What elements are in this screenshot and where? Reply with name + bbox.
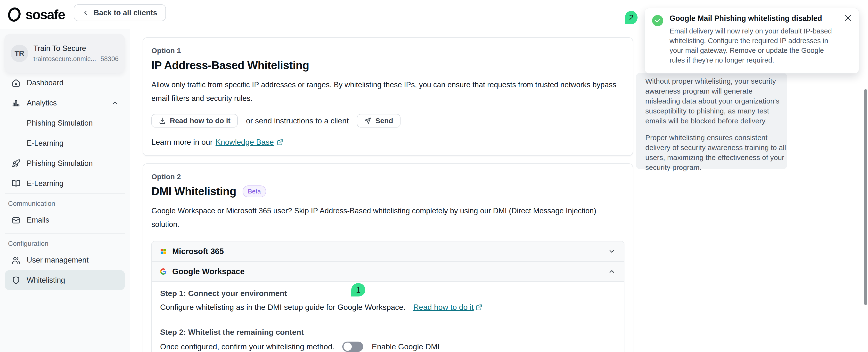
dmi-accordion: Microsoft 365 Google Workspace Step 1 [151, 241, 624, 352]
toggle-knob [343, 343, 352, 351]
shield-icon [12, 276, 20, 285]
option2-card: Option 2 DMI Whitelisting Beta Google Wo… [143, 163, 633, 352]
learn-more-text: Learn more in our [151, 138, 213, 147]
mail-icon [12, 216, 20, 224]
chevron-up-icon [111, 99, 119, 107]
step1-text: Configure whitelisting as in the DMI set… [160, 303, 405, 312]
external-link-icon [476, 304, 483, 311]
section-configuration: Configuration [8, 240, 130, 248]
toast-title: Google Mail Phishing whitelisting disabl… [670, 14, 842, 23]
sidebar-item-label: Phishing Simulation [27, 159, 93, 168]
sidebar-item-analytics[interactable]: Analytics [5, 93, 125, 113]
option1-title: IP Address-Based Whitelisting [151, 59, 624, 72]
section-communication: Communication [8, 200, 130, 207]
main-content: Option 1 IP Address-Based Whitelisting A… [143, 37, 633, 352]
chevron-up-icon [608, 268, 616, 276]
book-open-icon [12, 179, 20, 188]
read-how-to-button[interactable]: Read how to do it [151, 114, 238, 128]
google-workspace-panel: Step 1: Connect your environment Configu… [152, 281, 624, 352]
step2-title: Step 2: Whitelist the remaining content [160, 328, 616, 337]
annotation-marker-1: 1 [351, 283, 365, 296]
back-button-label: Back to all clients [94, 8, 157, 17]
sidebar-divider [5, 193, 125, 194]
knowledge-base-link[interactable]: Knowledge Base [216, 138, 274, 147]
send-button-label: Send [375, 117, 393, 125]
or-send-instructions-text: or send instructions to a client [246, 116, 349, 125]
beta-badge: Beta [243, 186, 267, 197]
sidebar-item-elearning-analytics[interactable]: E-Learning [5, 133, 125, 153]
sidebar-item-label: E-Learning [27, 179, 64, 188]
sidebar-item-label: E-Learning [27, 139, 64, 148]
send-icon [364, 117, 371, 124]
toggle-label: Enable Google DMI [372, 342, 440, 351]
back-to-clients-button[interactable]: Back to all clients [74, 4, 166, 21]
annotation-marker-2: 2 [625, 11, 638, 24]
sidebar-item-label: Analytics [27, 99, 57, 107]
close-icon[interactable] [844, 13, 852, 22]
rocket-icon [12, 159, 20, 168]
enable-google-dmi-toggle[interactable] [342, 342, 363, 352]
read-how-to-label: Read how to do it [170, 117, 230, 125]
info-paragraph-2: Proper whitelisting ensures consistent d… [645, 133, 787, 172]
sidebar-nav: Dashboard Analytics Phishing Simulation … [0, 73, 130, 193]
client-info: Train To Secure traintosecure.onmic... 5… [33, 44, 119, 63]
sidebar-divider [5, 233, 125, 234]
read-how-to-link[interactable]: Read how to do it [413, 303, 473, 312]
option2-kicker: Option 2 [151, 172, 624, 181]
sidebar-item-label: User management [27, 256, 89, 264]
step2-text: Once configured, confirm your whitelisti… [160, 342, 335, 351]
whitelisting-info-panel: Without proper whitelisting, your securi… [636, 73, 787, 169]
bar-chart-icon [12, 99, 20, 107]
client-card[interactable]: TR Train To Secure traintosecure.onmic..… [4, 34, 125, 73]
sidebar-item-label: Phishing Simulation [27, 119, 93, 128]
success-check-icon [652, 15, 663, 26]
send-button[interactable]: Send [357, 114, 400, 128]
info-paragraph-1: Without proper whitelisting, your securi… [645, 76, 787, 126]
toast-notification: Google Mail Phishing whitelisting disabl… [645, 8, 859, 73]
sidebar-item-phishing-simulation-analytics[interactable]: Phishing Simulation [5, 113, 125, 133]
google-logo-icon [160, 268, 166, 275]
sosafe-logo: sosafe [6, 7, 65, 22]
scrollbar-thumb[interactable] [864, 89, 867, 305]
chevron-left-icon [83, 10, 89, 16]
option1-card: Option 1 IP Address-Based Whitelisting A… [143, 37, 633, 156]
option1-description: Allow only traffic from specific IP addr… [151, 78, 621, 105]
sidebar-item-label: Whitelisting [27, 276, 65, 285]
sidebar-item-elearning[interactable]: E-Learning [5, 173, 125, 193]
option2-title: DMI Whitelisting [151, 185, 236, 198]
brand-wordmark: sosafe [26, 7, 65, 22]
sidebar-item-user-management[interactable]: User management [5, 250, 125, 270]
sidebar-item-label: Dashboard [27, 78, 64, 87]
microsoft-logo-icon [160, 248, 166, 255]
microsoft-365-label: Microsoft 365 [172, 247, 224, 256]
whitelisting-page: sosafe Back to all clients TR Train To S… [0, 0, 868, 352]
avatar: TR [11, 44, 28, 62]
sidebar-item-phishing-simulation[interactable]: Phishing Simulation [5, 153, 125, 173]
users-icon [12, 256, 20, 264]
sidebar-item-whitelisting[interactable]: Whitelisting [5, 270, 125, 290]
client-domain: traintosecure.onmic... [33, 55, 96, 63]
google-workspace-label: Google Workspace [172, 267, 245, 276]
download-icon [159, 117, 166, 124]
toast-body: Email delivery will now rely on your def… [670, 26, 841, 65]
home-icon [12, 78, 20, 87]
sidebar-item-dashboard[interactable]: Dashboard [5, 73, 125, 93]
sosafe-logo-icon [6, 7, 22, 22]
sidebar-item-emails[interactable]: Emails [5, 210, 125, 230]
client-code: 58306 [100, 55, 119, 63]
external-link-icon [277, 139, 284, 146]
option1-kicker: Option 1 [151, 46, 624, 55]
step1-title: Step 1: Connect your environment [160, 289, 616, 298]
chevron-down-icon [608, 248, 616, 255]
sidebar: TR Train To Secure traintosecure.onmic..… [0, 29, 130, 352]
accordion-microsoft-365[interactable]: Microsoft 365 [152, 242, 624, 261]
option2-description: Google Workspace or Microsoft 365 user? … [151, 204, 621, 231]
sidebar-item-label: Emails [27, 216, 49, 224]
accordion-google-workspace[interactable]: Google Workspace [152, 261, 624, 281]
client-name: Train To Secure [33, 44, 119, 53]
